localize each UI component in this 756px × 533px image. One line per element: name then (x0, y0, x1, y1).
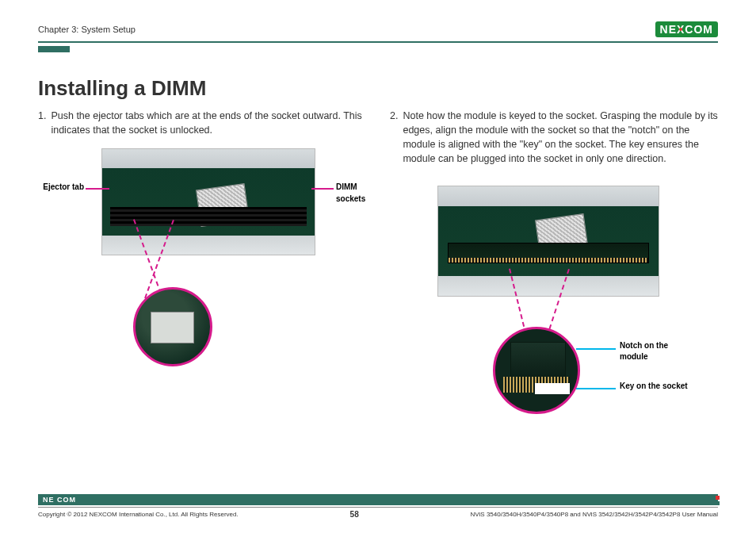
right-column: 2. Note how the module is keyed to the s… (390, 109, 718, 424)
footer-bar: NE COM (38, 494, 718, 505)
step-1-text: Push the ejector tabs which are at the e… (51, 109, 366, 137)
module-barcode-graphic (535, 383, 570, 394)
accent-bar (38, 46, 70, 52)
step-2: 2. Note how the module is keyed to the s… (390, 109, 718, 167)
ram-module-graphic (448, 243, 649, 263)
detail-circle-ejector (133, 287, 212, 366)
step-1-number: 1. (38, 109, 46, 137)
callout-line (311, 188, 334, 190)
figure-1: Ejector tab DIMM sockets (38, 148, 366, 378)
label-notch: Notch on the module (620, 340, 691, 363)
page-header: Chapter 3: System Setup NE X COM (38, 21, 718, 38)
footer-logo-text: NE COM (43, 496, 76, 504)
label-ejector-tab: Ejector tab (38, 182, 84, 194)
callout-line-cyan (576, 348, 616, 350)
footer-page-number: 58 (350, 510, 359, 519)
logo-text-x: X (677, 23, 685, 36)
chapter-label: Chapter 3: System Setup (38, 25, 136, 34)
footer-decoration (704, 496, 720, 505)
step-2-number: 2. (390, 109, 398, 167)
page-footer: NE COM Copyright © 2012 NEXCOM Internati… (38, 494, 718, 519)
motherboard-photo-1 (101, 148, 315, 255)
label-key: Key on the socket (620, 381, 691, 393)
detail-circle-notch (493, 327, 580, 414)
footer-text-row: Copyright © 2012 NEXCOM International Co… (38, 510, 718, 519)
step-2-text: Note how the module is keyed to the sock… (403, 109, 718, 167)
footer-doc-ref: NViS 3540/3540H/3540P4/3540P8 and NViS 3… (471, 511, 718, 518)
manual-page: Chapter 3: System Setup NE X COM Install… (0, 0, 756, 533)
dimm-slots-graphic (110, 207, 307, 226)
nexcom-logo: NE X COM (655, 21, 718, 37)
figure-2: Notch on the module Key on the socket (390, 186, 718, 424)
page-title: Installing a DIMM (38, 76, 718, 101)
footer-rule (38, 507, 718, 508)
callout-line (86, 188, 109, 190)
content-columns: 1. Push the ejector tabs which are at th… (38, 109, 718, 424)
module-chip-graphic (510, 342, 566, 378)
step-1: 1. Push the ejector tabs which are at th… (38, 109, 366, 137)
ejector-detail-graphic (151, 312, 194, 343)
footer-copyright: Copyright © 2012 NEXCOM International Co… (38, 511, 239, 518)
callout-line-cyan (576, 388, 616, 389)
label-dimm-sockets: DIMM sockets (336, 182, 384, 205)
logo-text-left: NE (660, 23, 677, 36)
header-rule (38, 41, 718, 43)
logo-text-right: COM (685, 23, 713, 36)
motherboard-photo-2 (437, 186, 659, 297)
left-column: 1. Push the ejector tabs which are at th… (38, 109, 366, 424)
